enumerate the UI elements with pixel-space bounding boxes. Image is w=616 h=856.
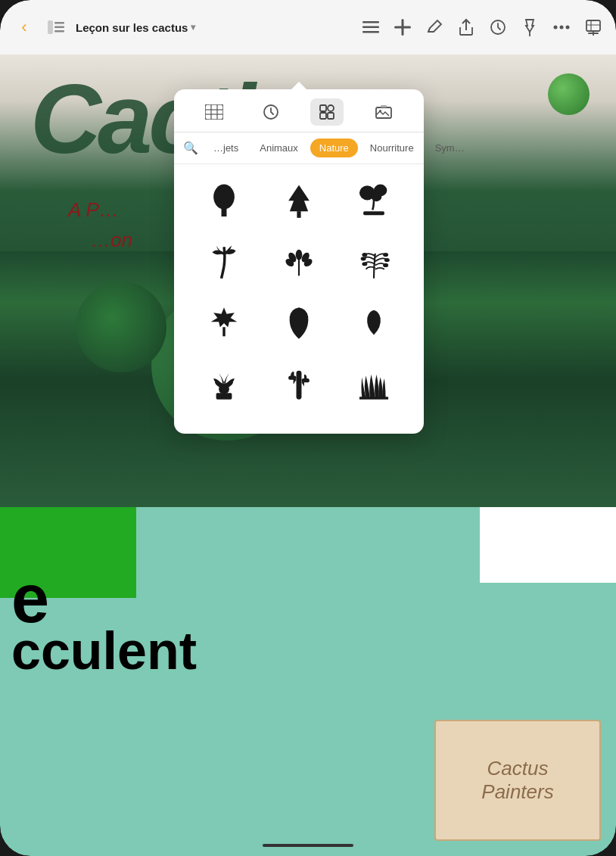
category-animals[interactable]: Animaux (250, 139, 307, 157)
cactus-card: Cactus Painters (434, 720, 601, 841)
svg-rect-0 (48, 20, 53, 34)
svg-point-49 (384, 258, 390, 262)
svg-rect-8 (394, 26, 411, 29)
svg-rect-31 (381, 105, 387, 107)
shape-succulent[interactable] (189, 356, 258, 411)
svg-rect-54 (297, 371, 302, 400)
pin-button[interactable] (519, 17, 540, 38)
svg-rect-51 (222, 327, 225, 336)
search-icon[interactable]: 🔍 (183, 141, 198, 155)
history-button[interactable] (487, 17, 509, 38)
shape-cactus[interactable] (264, 356, 333, 411)
svg-point-45 (362, 253, 368, 257)
panel-tabs (174, 89, 424, 132)
collaborate-button[interactable] (583, 17, 604, 38)
svg-point-50 (383, 263, 388, 267)
panel-arrow (291, 82, 306, 89)
category-symbols[interactable]: Sym… (426, 139, 474, 157)
title-chevron-icon: ▾ (191, 22, 195, 33)
category-row: 🔍 …jets Animaux Nature Nourriture Sym… (174, 132, 424, 164)
bottom-section: e cculent Cactus Painters (0, 507, 616, 856)
svg-marker-34 (288, 185, 310, 211)
svg-rect-25 (320, 105, 326, 111)
svg-point-40 (296, 250, 303, 260)
white-card (480, 507, 616, 583)
subtitle-text: A P… (68, 198, 119, 222)
share-button[interactable] (456, 17, 477, 38)
card-subtitle: Painters (481, 780, 553, 804)
shape-pine-tree[interactable] (264, 175, 333, 229)
svg-rect-3 (54, 30, 64, 33)
svg-rect-39 (363, 211, 384, 215)
svg-rect-28 (328, 113, 334, 119)
category-objects[interactable]: …jets (204, 139, 247, 157)
svg-point-13 (566, 26, 570, 30)
shape-small-leaf[interactable] (340, 296, 409, 350)
svg-rect-19 (205, 104, 223, 120)
list-icon[interactable] (360, 17, 381, 38)
tab-recent[interactable] (254, 98, 288, 126)
svg-point-12 (560, 26, 564, 30)
shape-picker-panel: 🔍 …jets Animaux Nature Nourriture Sym… (174, 89, 424, 434)
svg-point-11 (554, 26, 558, 30)
category-food[interactable]: Nourriture (361, 139, 423, 157)
add-button[interactable] (392, 17, 413, 38)
svg-rect-2 (54, 26, 64, 29)
large-text-cculent: cculent (11, 621, 197, 681)
top-toolbar: ‹ Leçon sur les cactus ▾ (0, 0, 616, 54)
svg-point-32 (213, 185, 235, 210)
svg-rect-14 (586, 20, 600, 31)
svg-rect-33 (221, 207, 226, 216)
pencil-icon[interactable] (424, 17, 445, 38)
green-circle-decoration (548, 73, 590, 115)
svg-point-30 (379, 110, 381, 112)
page-background: ‹ Leçon sur les cactus ▾ (0, 0, 616, 856)
card-title: Cactus (487, 757, 549, 780)
svg-rect-5 (362, 26, 379, 29)
shape-palm-tree[interactable] (189, 235, 258, 290)
svg-rect-4 (362, 21, 379, 23)
svg-rect-26 (328, 105, 334, 111)
svg-point-48 (383, 253, 388, 257)
svg-rect-1 (54, 22, 64, 24)
shape-herb-plant[interactable] (264, 235, 333, 290)
svg-point-47 (362, 262, 368, 266)
more-button[interactable] (551, 17, 572, 38)
shape-tall-leaf[interactable] (264, 296, 333, 350)
tab-table[interactable] (198, 98, 231, 126)
back-button[interactable]: ‹ (12, 15, 36, 39)
document-title[interactable]: Leçon sur les cactus ▾ (76, 21, 353, 34)
svg-rect-55 (288, 376, 296, 380)
shape-deciduous-tree[interactable] (189, 175, 258, 229)
toolbar-actions (360, 17, 604, 38)
category-nature[interactable]: Nature (310, 139, 358, 157)
shape-bonsai-tree[interactable] (340, 175, 409, 229)
shape-grid (174, 164, 424, 422)
home-indicator (263, 844, 353, 847)
svg-rect-56 (301, 378, 309, 382)
tab-photos[interactable] (367, 98, 400, 126)
svg-rect-27 (320, 113, 326, 119)
sidebar-toggle-button[interactable] (44, 17, 68, 38)
shape-maple-leaf[interactable] (189, 296, 258, 350)
svg-rect-57 (359, 397, 388, 399)
svg-rect-35 (297, 211, 300, 218)
tab-shapes[interactable] (310, 98, 344, 126)
svg-point-46 (361, 257, 366, 260)
subtitle-text-2: …on (91, 229, 132, 252)
shape-fern[interactable] (340, 235, 409, 290)
svg-rect-6 (362, 31, 379, 33)
shape-grass[interactable] (340, 356, 409, 411)
svg-point-38 (372, 192, 382, 201)
